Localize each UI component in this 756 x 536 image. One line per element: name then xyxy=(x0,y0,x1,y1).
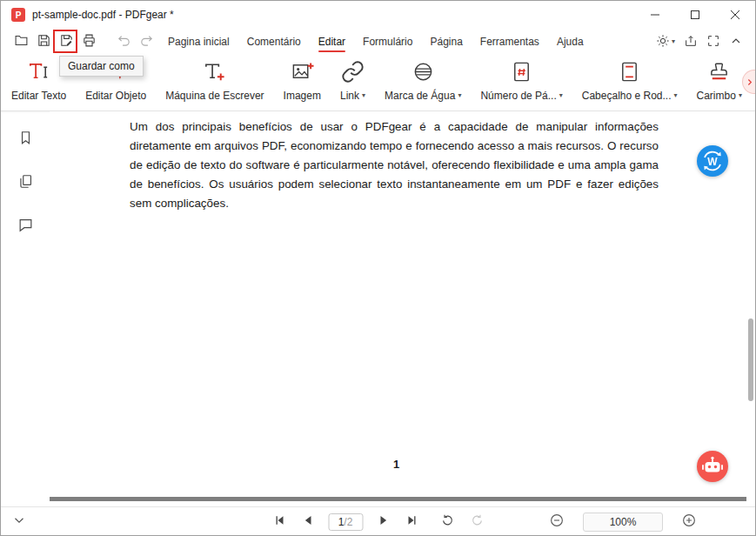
fullscreen-icon xyxy=(706,34,720,50)
maximize-button[interactable] xyxy=(675,1,715,29)
word-convert-icon: W xyxy=(696,144,729,178)
ribbon-tool-label: Carimbo ▾ xyxy=(697,90,742,102)
save-as-button[interactable] xyxy=(55,30,77,53)
prev-page-button[interactable] xyxy=(299,513,317,531)
tab-tools[interactable]: Ferramentas xyxy=(472,30,548,54)
ribbon-tool-typewriter[interactable]: Máquina de Escrever xyxy=(165,57,264,102)
ribbon-tool-stamp[interactable]: Carimbo ▾ xyxy=(697,57,742,102)
page-separator xyxy=(50,497,746,501)
ribbon-tool-edit-text[interactable]: Editar Texto xyxy=(11,57,66,102)
document-paragraph: Um dos principais benefícios de usar o P… xyxy=(130,117,659,213)
tab-page[interactable]: Página xyxy=(421,30,471,54)
ribbon-tool-label: Cabeçalho e Rod... ▾ xyxy=(582,90,678,102)
save-icon xyxy=(37,33,51,50)
ribbon-tool-label: Máquina de Escrever xyxy=(165,90,264,102)
share-button[interactable] xyxy=(684,34,698,50)
sidebar xyxy=(1,111,50,506)
close-button[interactable] xyxy=(715,1,755,29)
next-icon xyxy=(376,513,390,530)
ai-assistant-button[interactable] xyxy=(696,450,729,483)
zoom-out-button[interactable] xyxy=(548,513,565,531)
ai-robot-icon xyxy=(696,450,729,483)
save-as-icon xyxy=(59,33,74,50)
rotate-left-button[interactable] xyxy=(438,513,456,531)
ribbon-tool-page-number[interactable]: Número de Pá... ▾ xyxy=(480,57,562,102)
caret-down-icon: ▾ xyxy=(672,38,675,45)
sidebar-item-bookmarks[interactable] xyxy=(13,127,37,151)
document-area[interactable]: Um dos principais benefícios de usar o P… xyxy=(50,111,755,506)
save-button[interactable] xyxy=(32,30,55,53)
undo-button[interactable] xyxy=(112,30,135,53)
titlebar: P pt-sample-doc.pdf - PDFgear * xyxy=(1,1,755,29)
ribbon-tool-label: Editar Texto xyxy=(11,90,66,102)
tab-form[interactable]: Formulário xyxy=(354,30,421,54)
convert-to-word-button[interactable]: W xyxy=(696,144,729,178)
typewriter-icon xyxy=(203,57,226,84)
redo-button[interactable] xyxy=(135,30,157,53)
first-page-button[interactable] xyxy=(271,513,288,531)
caret-down-icon: ▾ xyxy=(559,92,563,99)
fullscreen-button[interactable] xyxy=(706,34,720,50)
nav-right-group xyxy=(374,513,420,531)
total-pages-label: /2 xyxy=(344,516,352,528)
collapse-ribbon-button[interactable] xyxy=(729,34,743,50)
caret-down-icon: ▾ xyxy=(362,92,365,99)
maximize-icon xyxy=(691,9,699,22)
collapse-panel-button[interactable] xyxy=(11,513,27,531)
image-icon xyxy=(291,57,314,84)
page-input[interactable]: 1/2 xyxy=(328,513,363,531)
rotate-left-icon xyxy=(440,513,454,530)
stamp-icon xyxy=(707,57,731,84)
chevron-right-icon xyxy=(746,76,753,89)
zoom-level[interactable]: 100% xyxy=(583,513,663,532)
ribbon-tool-link[interactable]: Link ▾ xyxy=(340,57,365,102)
watermark-icon xyxy=(411,57,435,84)
tab-comment[interactable]: Comentário xyxy=(238,30,310,54)
sidebar-item-thumbnails[interactable] xyxy=(13,171,37,195)
tab-edit[interactable]: Editar xyxy=(310,30,354,54)
next-page-button[interactable] xyxy=(374,513,391,531)
ribbon-tool-label: Link ▾ xyxy=(340,90,365,102)
ribbon-tool-header-footer[interactable]: Cabeçalho e Rod... ▾ xyxy=(582,57,678,102)
print-button[interactable] xyxy=(77,30,100,53)
zoom-out-icon xyxy=(549,513,565,531)
tab-home[interactable]: Pagina inicial xyxy=(159,30,238,54)
current-page-value: 1 xyxy=(338,516,345,528)
ribbon-tool-watermark[interactable]: Marca de Água ▾ xyxy=(385,57,461,102)
rotate-right-button[interactable] xyxy=(468,513,485,531)
window-tools-group: ▾ xyxy=(656,34,755,50)
vertical-scrollbar[interactable] xyxy=(746,111,755,506)
minimize-icon xyxy=(651,9,659,22)
bookmark-icon xyxy=(17,130,34,149)
sidebar-item-comments[interactable] xyxy=(13,214,37,238)
undo-icon xyxy=(117,33,131,50)
last-icon xyxy=(405,513,418,530)
caret-down-icon: ▾ xyxy=(739,92,742,99)
zoom-controls: 100% xyxy=(548,507,698,536)
window-title: pt-sample-doc.pdf - PDFgear * xyxy=(32,9,174,21)
pdfgear-logo-icon: P xyxy=(11,8,25,22)
page-number-icon xyxy=(510,57,533,84)
folder-open-icon xyxy=(14,33,29,50)
prev-icon xyxy=(301,513,315,530)
page-number-label: 1 xyxy=(50,458,743,471)
ribbon-tool-label: Número de Pá... ▾ xyxy=(480,90,562,102)
scrollbar-thumb[interactable] xyxy=(748,318,753,401)
tab-help[interactable]: Ajuda xyxy=(548,30,592,54)
header-footer-icon xyxy=(618,57,641,84)
pages-icon xyxy=(17,173,34,192)
theme-button[interactable]: ▾ xyxy=(656,34,675,50)
app-window: P pt-sample-doc.pdf - PDFgear * Pagina i… xyxy=(0,0,756,536)
minimize-button[interactable] xyxy=(635,1,675,29)
ribbon-tool-label: Imagem xyxy=(284,90,321,102)
ribbon-tool-image[interactable]: Imagem xyxy=(284,57,321,102)
edit-ribbon: Editar TextoEditar ObjetoMáquina de Escr… xyxy=(1,55,755,111)
caret-down-icon: ▾ xyxy=(674,92,678,99)
open-button[interactable] xyxy=(10,30,32,53)
zoom-in-button[interactable] xyxy=(680,513,698,531)
ribbon-tool-label: Editar Objeto xyxy=(85,90,146,102)
ribbon-tool-edit-object[interactable]: Editar Objeto xyxy=(85,57,146,102)
comment-icon xyxy=(17,217,34,236)
print-icon xyxy=(82,33,97,50)
last-page-button[interactable] xyxy=(403,513,420,531)
